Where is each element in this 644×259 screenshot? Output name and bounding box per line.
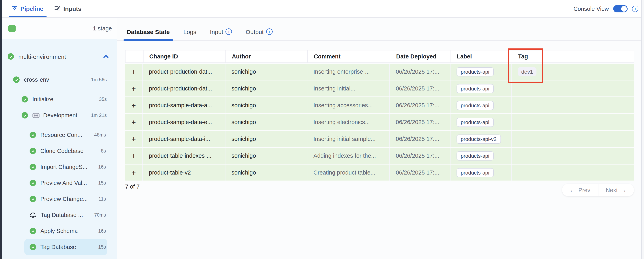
tab-label: Database State xyxy=(127,28,170,35)
pipeline-execution-page: Pipeline Inputs Console View i 1 s xyxy=(0,0,644,259)
sidebar-item-clone-codebase[interactable]: Clone Codebase 8s xyxy=(24,143,107,159)
row-count-summary: 7 of 7 xyxy=(125,183,140,190)
step-label: Tag Database xyxy=(40,244,76,250)
expand-row-icon[interactable]: + xyxy=(131,118,136,126)
cell-author: sonichigo xyxy=(226,64,308,80)
stage-status-square xyxy=(8,25,16,32)
cell-date-deployed: 06/26/2025 17:... xyxy=(390,148,450,164)
tab-database-state[interactable]: Database State xyxy=(124,23,173,41)
expand-row-icon[interactable]: + xyxy=(131,152,136,159)
cell-change-id: product-production-dat... xyxy=(143,81,226,97)
header-comment: Comment xyxy=(308,51,390,63)
tab-label: Input xyxy=(210,28,223,35)
sidebar-item-resource-constraint[interactable]: Resource Con... 48ms xyxy=(24,127,107,143)
cell-comment: Creating product table... xyxy=(308,164,390,180)
chevron-up-icon[interactable] xyxy=(103,55,109,59)
table-row[interactable]: + product-production-dat... sonichigo In… xyxy=(125,64,634,80)
header-tag: Tag xyxy=(512,51,634,63)
success-check-icon xyxy=(22,96,28,103)
pipeline-icon xyxy=(12,5,17,12)
tab-output[interactable]: Output i xyxy=(242,23,276,41)
active-tab-underline xyxy=(9,16,46,17)
step-label: Clone Codebase xyxy=(40,148,84,154)
expand-row-icon[interactable]: + xyxy=(131,102,136,109)
console-view-info-icon[interactable]: i xyxy=(632,6,638,12)
tab-logs[interactable]: Logs xyxy=(180,23,200,41)
output-info-icon[interactable]: i xyxy=(266,29,272,35)
cell-author: sonichigo xyxy=(226,164,308,180)
header-change-id: Change ID xyxy=(143,51,226,63)
cell-comment: Inserting enterprise-... xyxy=(308,64,390,80)
step-duration: 48ms xyxy=(94,132,106,138)
step-duration: 70ms xyxy=(94,212,106,218)
cell-author: sonichigo xyxy=(226,81,308,97)
step-label: Import ChangeS... xyxy=(40,164,87,170)
cell-tag xyxy=(512,148,634,164)
success-check-icon xyxy=(22,112,28,119)
table-row[interactable]: + product-table-indexes-... sonichigo Ad… xyxy=(125,148,634,164)
success-check-icon xyxy=(8,53,14,60)
success-check-icon xyxy=(30,180,36,186)
label-badge: products-api xyxy=(456,168,494,177)
tab-pipeline[interactable]: Pipeline xyxy=(9,0,46,17)
cell-comment: Inserting initial sample... xyxy=(308,131,390,147)
details-tabs: Database State Logs Input i Output i xyxy=(117,18,644,41)
step-label: Apply Schema xyxy=(40,228,78,234)
step-duration: 11s xyxy=(98,196,106,202)
step-duration: 35s xyxy=(99,97,107,102)
sidebar-item-preview-and-validate[interactable]: Preview And Val... 15s xyxy=(24,175,107,191)
sidebar-item-initialize[interactable]: Initialize 35s xyxy=(2,91,117,107)
rollback-icon xyxy=(30,212,36,218)
table-row[interactable]: + product-sample-data-e... sonichigo Ins… xyxy=(125,114,634,130)
input-info-icon[interactable]: i xyxy=(226,29,232,35)
sidebar-item-development[interactable]: Development 1m 21s xyxy=(2,107,117,123)
step-label: cross-env xyxy=(24,77,49,83)
cell-author: sonichigo xyxy=(226,148,308,164)
expand-row-icon[interactable]: + xyxy=(131,85,136,92)
success-check-icon xyxy=(30,244,36,250)
sidebar-item-pipeline-root[interactable]: multi-environment xyxy=(2,39,117,74)
cell-date-deployed: 06/26/2025 17:... xyxy=(390,164,450,180)
cell-comment: Inserting electronics... xyxy=(308,114,390,130)
cell-author: sonichigo xyxy=(226,97,308,113)
tab-inputs-label: Inputs xyxy=(63,5,81,12)
expand-row-icon[interactable]: + xyxy=(131,169,136,176)
step-tree: cross-env 1m 56s Initialize 35s Developm… xyxy=(2,72,117,255)
table-row[interactable]: + product-sample-data-i... sonichigo Ins… xyxy=(125,131,634,147)
sidebar-item-apply-schema[interactable]: Apply Schema 16s xyxy=(24,223,107,239)
toggle-knob xyxy=(621,6,627,12)
tag-badge: dev1 xyxy=(518,67,537,76)
expand-row-icon[interactable]: + xyxy=(131,135,136,143)
sidebar-item-cross-env[interactable]: cross-env 1m 56s xyxy=(2,72,117,88)
console-view-toggle[interactable] xyxy=(613,5,628,12)
sidebar-item-tag-database[interactable]: Tag Database 15s xyxy=(24,239,107,255)
prev-label: Prev xyxy=(578,187,590,193)
label-badge: products-api xyxy=(456,151,494,160)
tab-label: Output xyxy=(246,28,264,35)
table-row[interactable]: + product-production-dat... sonichigo In… xyxy=(125,81,634,97)
sidebar-item-tag-database-rollback[interactable]: Tag Database ... 70ms xyxy=(24,207,107,223)
step-details-panel: Database State Logs Input i Output i Cha… xyxy=(117,18,644,259)
cell-comment: Inserting initial... xyxy=(308,81,390,97)
tab-inputs[interactable]: Inputs xyxy=(51,0,84,17)
next-page-button[interactable]: Next → xyxy=(598,184,634,196)
vertical-scrollbar[interactable] xyxy=(641,0,644,259)
sidebar-item-import-changesets[interactable]: Import ChangeS... 16s xyxy=(24,159,107,175)
table-row[interactable]: + product-sample-data-a... sonichigo Ins… xyxy=(125,97,634,113)
table-row[interactable]: + product-table-v2 sonichigo Creating pr… xyxy=(125,164,634,180)
success-check-icon xyxy=(30,196,36,202)
header-date-deployed: Date Deployed xyxy=(390,51,451,63)
prev-page-button[interactable]: ← Prev xyxy=(562,184,598,196)
sidebar-item-preview-changes[interactable]: Preview Change... 11s xyxy=(24,191,107,207)
label-badge: products-api xyxy=(456,67,494,76)
table-header-row: Change ID Author Comment Date Deployed L… xyxy=(125,50,634,63)
cell-change-id: product-production-dat... xyxy=(143,64,226,80)
execution-sidebar: 1 stage multi-environment cross-env 1m 5… xyxy=(2,18,117,259)
success-check-icon xyxy=(30,164,36,170)
step-label: Preview Change... xyxy=(40,196,88,202)
active-tab-underline xyxy=(124,39,173,41)
label-badge: products-api xyxy=(456,84,494,93)
expand-row-icon[interactable]: + xyxy=(131,68,136,76)
tab-input[interactable]: Input i xyxy=(207,23,235,41)
cell-comment: Adding indexes for the... xyxy=(308,148,390,164)
